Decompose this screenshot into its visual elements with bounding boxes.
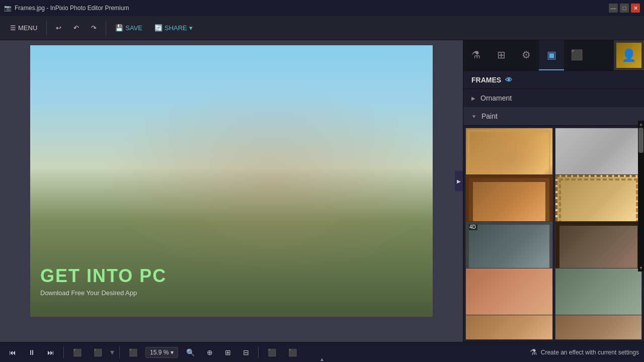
pause-button[interactable]: ⏸ xyxy=(24,346,39,358)
watermark-into: INTO xyxy=(87,265,133,286)
paint-label: Paint xyxy=(481,112,498,120)
zoom-value: 15.9 % xyxy=(150,349,169,356)
save-label: SAVE xyxy=(125,24,142,32)
zoom-search-button[interactable]: 🔍 xyxy=(182,346,199,358)
menu-icon: ☰ xyxy=(10,24,16,32)
scroll-up-button[interactable]: ▲ xyxy=(638,121,644,128)
app-icon: 📷 xyxy=(4,5,12,12)
menu-button[interactable]: ☰ MENU xyxy=(5,21,42,35)
paint-arrow: ▼ xyxy=(471,114,476,119)
frame-inner-8 xyxy=(555,268,642,315)
frame-inner-9 xyxy=(466,315,552,339)
frames-grid-bottom xyxy=(463,315,644,342)
redo-right-icon: ↷ xyxy=(91,24,97,32)
tab-effects[interactable]: ⚗ xyxy=(463,40,489,70)
next-button[interactable]: ⏭ xyxy=(43,346,58,358)
toolbar: ☰ MENU ↩ ↶ ↷ 💾 SAVE 🔄 SHARE ▾ xyxy=(0,16,644,40)
scroll-down-button[interactable]: ▼ xyxy=(638,264,644,272)
panel-tabs: ⚗ ⊞ ⚙ ▣ ⬛ 👤 xyxy=(463,40,644,71)
window-title: Frames.jpg - InPixio Photo Editor Premiu… xyxy=(15,5,129,12)
share-arrow: ▾ xyxy=(189,24,193,32)
zoom-in-button[interactable]: ⊕ xyxy=(203,346,217,358)
watermark-get: GET xyxy=(40,265,87,286)
bottom-sep-arrow: ▾ xyxy=(110,347,114,357)
ornament-label: Ornament xyxy=(480,94,512,102)
effect-label: Create an effect with current settings xyxy=(541,349,639,356)
right-panel: ⚗ ⊞ ⚙ ▣ ⬛ 👤 FRAMES 👁 ▶ Ornament ▼ Paint xyxy=(463,40,644,342)
share-button[interactable]: 🔄 SHARE ▾ xyxy=(149,21,198,35)
frames-visibility-icon[interactable]: 👁 xyxy=(505,76,512,84)
maximize-button[interactable]: □ xyxy=(620,4,629,13)
resize-icon[interactable]: ⬛ xyxy=(125,346,141,358)
bottom-sep-1 xyxy=(63,346,64,358)
watermark-sub: Download Free Your Desired App xyxy=(40,289,137,297)
tab-frames[interactable]: ▣ xyxy=(539,40,564,70)
effect-icon: ⚗ xyxy=(530,347,537,357)
frame-thumb-8[interactable] xyxy=(555,268,642,315)
panel-scrollbar[interactable]: ▲ ▼ xyxy=(638,121,644,272)
category-ornament[interactable]: ▶ Ornament xyxy=(463,89,644,107)
prev-button[interactable]: ⏮ xyxy=(5,346,20,358)
save-button[interactable]: 💾 SAVE xyxy=(110,21,147,35)
undo-button[interactable]: ↩ xyxy=(51,21,66,35)
share-icon: 🔄 xyxy=(154,24,163,32)
frame-button[interactable]: ⬛ xyxy=(90,346,106,358)
tab-paint[interactable]: ⬛ xyxy=(564,40,589,70)
redo-left-icon: ↶ xyxy=(73,24,79,32)
fit-view-button[interactable]: ⊟ xyxy=(239,346,253,358)
undo-icon: ↩ xyxy=(56,24,61,32)
tab-adjust[interactable]: ⚙ xyxy=(514,40,539,70)
fit-button[interactable]: ⬛ xyxy=(69,346,86,358)
category-list: ▶ Ornament ▼ Paint xyxy=(463,89,644,126)
watermark-pc: PC xyxy=(133,265,167,286)
bottom-sep-2 xyxy=(119,346,120,358)
frames-header: FRAMES 👁 xyxy=(463,71,644,89)
toolbar-separator-2 xyxy=(106,21,106,36)
scroll-thumb[interactable] xyxy=(638,128,643,153)
frame-thumb-10[interactable] xyxy=(555,315,642,340)
bottom-sep-3 xyxy=(258,346,259,358)
watermark-text: GET INTO PC xyxy=(40,265,167,287)
title-bar-left: 📷 Frames.jpg - InPixio Photo Editor Prem… xyxy=(4,5,129,12)
frame-inner-7 xyxy=(466,268,552,315)
bottom-bar: ⏮ ⏸ ⏭ ⬛ ⬛ ▾ ⬛ 15.9 % ▾ 🔍 ⊕ ⊞ ⊟ ⬛ ⬛ ⚗ Cre… xyxy=(0,342,644,362)
zoom-dropdown-icon[interactable]: ▾ xyxy=(171,349,174,356)
close-button[interactable]: ✕ xyxy=(631,4,640,13)
share-label: SHARE xyxy=(165,24,187,32)
frame-inner-10 xyxy=(555,315,642,339)
frames-label: FRAMES xyxy=(471,76,501,84)
frame-thumb-9[interactable] xyxy=(465,315,553,340)
tab-crop[interactable]: ⊞ xyxy=(489,40,514,70)
category-paint[interactable]: ▼ Paint xyxy=(463,107,644,125)
title-bar: 📷 Frames.jpg - InPixio Photo Editor Prem… xyxy=(0,0,644,16)
scroll-up-indicator[interactable]: ▲ xyxy=(319,356,325,362)
minimize-button[interactable]: — xyxy=(609,4,618,13)
ornament-arrow: ▶ xyxy=(471,96,475,101)
menu-label: MENU xyxy=(18,24,37,32)
frame-thumb-7[interactable] xyxy=(465,268,553,315)
user-avatar[interactable]: 👤 xyxy=(614,40,644,70)
panel-expand-arrow[interactable]: ▶ xyxy=(455,171,463,191)
fit-width-button[interactable]: ⊞ xyxy=(221,346,235,358)
compare-button[interactable]: ⬛ xyxy=(284,346,301,358)
bottom-right-area: ⚗ Create an effect with current settings xyxy=(530,347,639,357)
export-button[interactable]: ⬛ xyxy=(264,346,280,358)
redo-right-button[interactable]: ↷ xyxy=(86,21,102,35)
title-bar-controls[interactable]: — □ ✕ xyxy=(609,4,640,13)
frames-grid: CCONT♪ 4D ♪9 xyxy=(463,126,644,315)
zoom-control[interactable]: 15.9 % ▾ xyxy=(145,347,178,358)
save-icon: 💾 xyxy=(115,24,123,32)
canvas-area[interactable]: GET INTO PC Download Free Your Desired A… xyxy=(0,40,463,342)
toolbar-separator-1 xyxy=(46,21,47,36)
redo-left-button[interactable]: ↶ xyxy=(68,21,84,35)
photo-container: GET INTO PC Download Free Your Desired A… xyxy=(30,45,433,317)
main-area: GET INTO PC Download Free Your Desired A… xyxy=(0,40,644,342)
